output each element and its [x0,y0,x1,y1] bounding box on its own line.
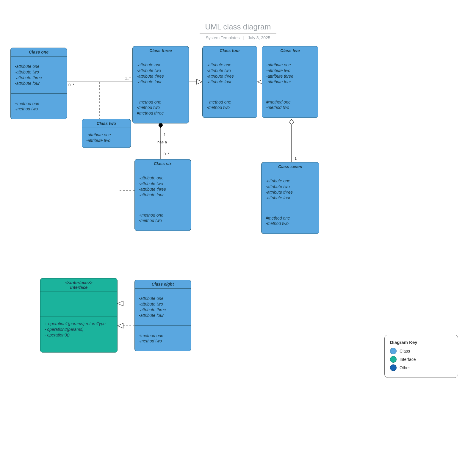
page-subtitle: System Templates | July 3, 2025 [0,35,476,40]
key-label-other: Other [400,365,410,370]
attr: -attribute three [15,75,62,81]
method: +method one [139,333,187,339]
attr: -attribute three [207,73,253,79]
page-title: UML class diagram [200,22,276,34]
comp-has: has a [156,140,168,144]
class-two-box[interactable]: Class two -attribute one -attribute two [82,119,131,148]
attr: -attribute two [266,68,314,73]
attr: -attribute one [86,132,126,138]
attr: -attribute one [266,178,315,184]
attr: -attribute two [137,68,184,73]
class-eight-box[interactable]: Class eight -attribute one -attribute tw… [134,280,191,351]
attr: -attribute three [139,187,187,192]
class-seven-title: Class seven [262,162,319,171]
class-six-attrs: -attribute one -attribute two -attribute… [135,168,191,205]
attr: -attribute four [266,195,315,201]
key-label-class: Class [400,349,410,353]
method: #method three [137,110,184,116]
attr: -attribute one [139,296,187,301]
method: #method one [266,215,315,221]
comp-1: 1 [164,132,166,137]
interface-attrs-empty [40,292,117,317]
operation: - operation2(params) [45,327,113,332]
attr: -attribute three [137,73,184,79]
class-four-box[interactable]: Class four -attribute one -attribute two… [202,46,257,118]
attr: -attribute one [15,64,62,69]
method: +method one [137,99,184,105]
diagram-key: Diagram Key Class Interface Other [384,335,458,378]
method: #method one [266,99,314,105]
key-dot-other [390,364,397,371]
class-four-title: Class four [203,46,257,55]
class-one-box[interactable]: Class one -attribute one -attribute two … [10,48,67,119]
attr: -attribute four [139,313,187,318]
attr: -attribute four [15,81,62,86]
method: +method one [207,99,253,105]
interface-ops: + operation1(params):returnType - operat… [40,317,117,342]
key-item-other: Other [390,364,452,371]
method: -method two [266,105,314,110]
key-item-class: Class [390,348,452,354]
attr: -attribute two [139,181,187,187]
attr: -attribute two [266,184,315,190]
attr: -attribute four [266,79,314,85]
class-six-methods: +method one -method two [135,205,191,231]
method: -method two [139,218,187,223]
attr: -attribute three [139,307,187,313]
class-seven-methods: #method one -method two [262,208,319,234]
class-eight-methods: +method one -method two [135,326,191,351]
class-two-title: Class two [82,119,131,128]
class-six-box[interactable]: Class six -attribute one -attribute two … [134,159,191,231]
class-one-title: Class one [11,48,67,57]
class-six-title: Class six [135,159,191,168]
class-three-methods: +method one -method two #method three [133,92,189,123]
class-four-attrs: -attribute one -attribute two -attribute… [203,55,257,92]
class-three-attrs: -attribute one -attribute two -attribute… [133,55,189,92]
interface-title: <<interface>> Interface [40,278,117,292]
method: +method one [139,212,187,218]
class-seven-attrs: -attribute one -attribute two -attribute… [262,171,319,208]
class-three-title: Class three [133,46,189,55]
operation: - operation3() [45,332,113,338]
attr: -attribute four [207,79,253,85]
method: +method one [15,101,62,107]
subtitle-left: System Templates [206,35,239,40]
interface-box[interactable]: <<interface>> Interface + operation1(par… [40,278,118,353]
key-dot-class [390,348,397,354]
class-two-attrs: -attribute one -attribute two [82,128,131,148]
class-four-methods: +method one -method two [203,92,257,118]
method: -method two [266,221,315,226]
agg-c7-1: 1 [295,156,297,161]
method: -method two [139,338,187,344]
attr: -attribute two [139,301,187,307]
attr: -attribute four [139,192,187,198]
interface-stereo: <<interface>> [43,280,115,285]
attr: -attribute four [137,79,184,85]
key-item-interface: Interface [390,356,452,363]
attr: -attribute two [86,138,126,143]
attr: -attribute three [266,73,314,79]
attr: -attribute two [207,68,253,73]
subtitle-right: July 3, 2025 [248,35,270,40]
attr: -attribute one [266,62,314,68]
class-eight-attrs: -attribute one -attribute two -attribute… [135,289,191,326]
class-five-attrs: -attribute one -attribute two -attribute… [262,55,318,92]
class-five-methods: #method one -method two [262,92,318,118]
class-eight-title: Class eight [135,280,191,289]
operation: + operation1(params):returnType [45,321,113,327]
mult-c1-side: 0..* [68,83,74,87]
method: -method two [15,106,62,112]
interface-name: Interface [43,285,115,290]
class-seven-box[interactable]: Class seven -attribute one -attribute tw… [261,162,319,234]
attr: -attribute one [207,62,253,68]
class-one-methods: +method one -method two [11,94,67,119]
key-dot-interface [390,356,397,363]
class-one-attrs: -attribute one -attribute two -attribute… [11,57,67,94]
class-three-box[interactable]: Class three -attribute one -attribute tw… [132,46,189,123]
class-five-box[interactable]: Class five -attribute one -attribute two… [262,46,318,118]
diagram-key-title: Diagram Key [390,340,452,345]
method: -method two [137,105,184,110]
comp-0star: 0..* [164,152,170,156]
attr: -attribute three [266,190,315,195]
attr: -attribute one [137,62,184,68]
